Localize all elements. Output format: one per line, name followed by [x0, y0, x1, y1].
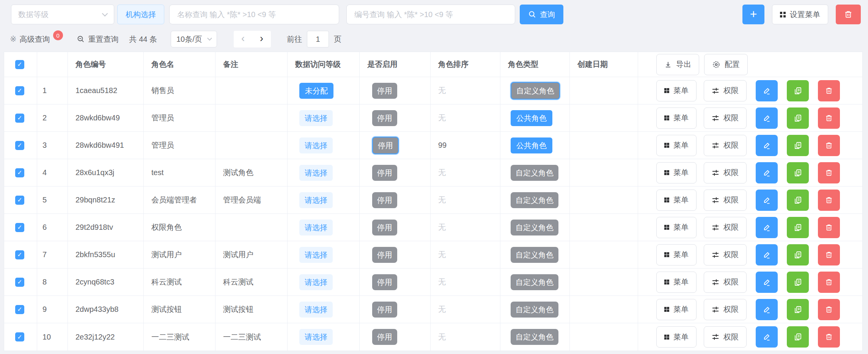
row-checkbox[interactable]: ✓: [15, 278, 24, 287]
data-access-level-button[interactable]: 请选择: [299, 165, 333, 181]
enabled-status-button[interactable]: 停用: [372, 220, 397, 235]
enabled-status-button[interactable]: 停用: [372, 165, 397, 181]
pencil-icon: [763, 251, 771, 259]
edit-button[interactable]: [756, 299, 778, 320]
delete-button[interactable]: [818, 217, 840, 238]
menu-button[interactable]: 菜单: [656, 107, 697, 129]
menu-button[interactable]: 菜单: [656, 190, 697, 211]
batch-delete-button[interactable]: [836, 5, 861, 24]
menu-button[interactable]: 菜单: [656, 80, 697, 101]
row-checkbox[interactable]: ✓: [15, 305, 24, 314]
enabled-status-button[interactable]: 停用: [372, 137, 399, 154]
menu-button[interactable]: 菜单: [656, 326, 697, 348]
data-access-level-button[interactable]: 请选择: [299, 192, 333, 208]
setup-menu-button[interactable]: 设置菜单: [772, 5, 828, 24]
menu-button[interactable]: 菜单: [656, 135, 697, 156]
enabled-status-button[interactable]: 停用: [372, 110, 397, 126]
permission-button[interactable]: 权限: [704, 135, 747, 156]
menu-button[interactable]: 菜单: [656, 217, 697, 238]
page-size-select[interactable]: 10条/页: [171, 31, 217, 47]
name-search-input[interactable]: [169, 5, 339, 24]
edit-button[interactable]: [756, 80, 778, 101]
edit-button[interactable]: [756, 272, 778, 293]
permission-button-label: 权限: [723, 168, 739, 178]
select-all-checkbox[interactable]: ✓: [15, 60, 24, 69]
permission-button[interactable]: 权限: [704, 299, 747, 320]
delete-button[interactable]: [818, 244, 840, 266]
edit-button[interactable]: [756, 326, 778, 348]
org-select-button[interactable]: 机构选择: [117, 5, 164, 24]
permission-button[interactable]: 权限: [704, 190, 747, 211]
permission-button[interactable]: 权限: [704, 162, 747, 183]
copy-button[interactable]: [787, 162, 809, 183]
permission-button[interactable]: 权限: [704, 326, 747, 348]
copy-button[interactable]: [787, 326, 809, 348]
enabled-status-button[interactable]: 停用: [372, 302, 397, 318]
permission-button[interactable]: 权限: [704, 244, 747, 266]
config-button[interactable]: 配置: [704, 54, 748, 75]
menu-button[interactable]: 菜单: [656, 244, 697, 266]
data-level-select[interactable]: 数据等级: [11, 5, 114, 24]
copy-button[interactable]: [787, 217, 809, 238]
export-button[interactable]: 导出: [656, 54, 699, 75]
permission-button[interactable]: 权限: [704, 107, 747, 129]
copy-icon: [794, 169, 802, 177]
data-access-level-button[interactable]: 请选择: [299, 220, 333, 235]
permission-button[interactable]: 权限: [704, 80, 747, 101]
row-checkbox[interactable]: ✓: [15, 250, 24, 259]
add-button[interactable]: +: [742, 5, 764, 24]
copy-button[interactable]: [787, 135, 809, 156]
enabled-status-button[interactable]: 停用: [372, 329, 397, 345]
data-access-level-button[interactable]: 请选择: [299, 274, 333, 290]
prev-page-button[interactable]: ‹: [234, 31, 252, 47]
search-button[interactable]: 查询: [520, 5, 563, 24]
row-checkbox[interactable]: ✓: [15, 196, 24, 205]
copy-button[interactable]: [787, 80, 809, 101]
copy-button[interactable]: [787, 107, 809, 129]
data-access-level-button[interactable]: 未分配: [299, 83, 333, 99]
edit-button[interactable]: [756, 162, 778, 183]
data-access-level-button[interactable]: 请选择: [299, 137, 333, 153]
code-search-input[interactable]: [346, 5, 515, 24]
menu-button[interactable]: 菜单: [656, 299, 697, 320]
data-access-level-button[interactable]: 请选择: [299, 110, 333, 126]
delete-button[interactable]: [818, 190, 840, 211]
edit-button[interactable]: [756, 190, 778, 211]
delete-button[interactable]: [818, 107, 840, 129]
data-access-level-button[interactable]: 请选择: [299, 247, 333, 263]
copy-button[interactable]: [787, 190, 809, 211]
menu-button[interactable]: 菜单: [656, 272, 697, 293]
copy-button[interactable]: [787, 272, 809, 293]
edit-button[interactable]: [756, 107, 778, 129]
row-checkbox[interactable]: ✓: [15, 141, 24, 150]
next-page-button[interactable]: ›: [252, 31, 271, 47]
data-access-level-button[interactable]: 请选择: [299, 329, 333, 345]
menu-button[interactable]: 菜单: [656, 162, 697, 183]
copy-button[interactable]: [787, 244, 809, 266]
row-checkbox[interactable]: ✓: [15, 114, 24, 123]
delete-button[interactable]: [818, 272, 840, 293]
enabled-status-button[interactable]: 停用: [372, 247, 397, 263]
row-checkbox[interactable]: ✓: [15, 223, 24, 232]
enabled-status-button[interactable]: 停用: [372, 274, 397, 290]
delete-button[interactable]: [818, 299, 840, 320]
reset-query-button[interactable]: 重置查询: [77, 31, 119, 47]
data-access-level-button[interactable]: 请选择: [299, 302, 333, 318]
enabled-status-button[interactable]: 停用: [372, 83, 397, 99]
delete-button[interactable]: [818, 162, 840, 183]
edit-button[interactable]: [756, 244, 778, 266]
permission-button[interactable]: 权限: [704, 217, 747, 238]
row-checkbox[interactable]: ✓: [15, 168, 24, 177]
row-checkbox[interactable]: ✓: [15, 332, 24, 341]
delete-button[interactable]: [818, 80, 840, 101]
copy-button[interactable]: [787, 299, 809, 320]
advanced-query-button[interactable]: ※ 高级查询 0: [10, 31, 63, 47]
enabled-status-button[interactable]: 停用: [372, 192, 397, 208]
delete-button[interactable]: [818, 326, 840, 348]
edit-button[interactable]: [756, 217, 778, 238]
goto-page-input[interactable]: [307, 31, 329, 47]
permission-button[interactable]: 权限: [704, 272, 747, 293]
delete-button[interactable]: [818, 135, 840, 156]
row-checkbox[interactable]: ✓: [15, 86, 24, 95]
edit-button[interactable]: [756, 135, 778, 156]
